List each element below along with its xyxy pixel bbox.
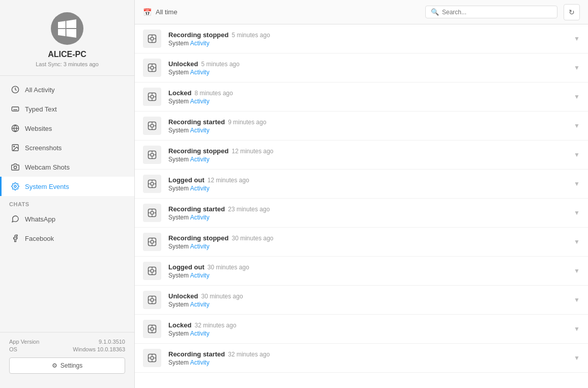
event-subtitle: System Activity <box>168 330 570 337</box>
clock-icon <box>11 85 20 94</box>
event-title-row: Locked 8 minutes ago <box>168 89 570 97</box>
event-title-row: Recording stopped 5 minutes ago <box>168 31 570 39</box>
event-row[interactable]: Recording stopped 12 minutes ago System … <box>135 141 588 170</box>
os-label: OS <box>9 346 17 352</box>
event-source-activity: Activity <box>190 156 210 163</box>
event-subtitle: System Activity <box>168 301 570 308</box>
event-title-row: Logged out 12 minutes ago <box>168 176 570 184</box>
refresh-button[interactable]: ↻ <box>564 4 580 20</box>
svg-point-10 <box>14 146 15 147</box>
event-row[interactable]: Locked 32 minutes ago System Activity ▼ <box>135 315 588 344</box>
event-row[interactable]: Logged out 30 minutes ago System Activit… <box>135 257 588 286</box>
event-source-activity: Activity <box>190 69 210 76</box>
sidebar-item-facebook[interactable]: Facebook <box>0 229 134 248</box>
globe-icon <box>11 124 20 133</box>
sidebar-item-screenshots[interactable]: Screenshots <box>0 138 134 157</box>
sidebar-item-system-events[interactable]: System Events <box>0 177 134 196</box>
event-title: Recording started <box>168 205 225 213</box>
nav-label-system-events: System Events <box>25 183 69 190</box>
event-row[interactable]: Unlocked 5 minutes ago System Activity ▼ <box>135 53 588 82</box>
sidebar-item-typed-text[interactable]: Typed Text <box>0 99 134 119</box>
event-subtitle: System Activity <box>168 127 570 134</box>
event-source-system: System <box>168 243 189 250</box>
settings-label: Settings <box>61 362 82 369</box>
os-row: OS Windows 10.0.18363 <box>9 346 125 352</box>
event-row[interactable]: Recording started 32 minutes ago System … <box>135 344 588 373</box>
event-row[interactable]: Recording started 23 minutes ago System … <box>135 199 588 228</box>
svg-point-12 <box>14 185 16 187</box>
event-source-system: System <box>168 185 189 192</box>
nav-label-webcam-shots: Webcam Shots <box>25 163 70 171</box>
event-time: 32 minutes ago <box>228 351 270 358</box>
event-title-row: Unlocked 5 minutes ago <box>168 60 570 68</box>
event-subtitle: System Activity <box>168 40 570 47</box>
event-source-system: System <box>168 301 189 308</box>
event-icon <box>143 233 161 251</box>
sidebar-item-websites[interactable]: Websites <box>0 119 134 138</box>
svg-point-38 <box>151 153 154 156</box>
event-subtitle: System Activity <box>168 272 570 279</box>
event-title-row: Unlocked 30 minutes ago <box>168 292 570 300</box>
event-row[interactable]: Recording stopped 30 minutes ago System … <box>135 228 588 257</box>
event-title-row: Recording started 32 minutes ago <box>168 350 570 358</box>
event-content: Recording started 23 minutes ago System … <box>168 205 570 221</box>
profile-name: ALICE-PC <box>48 50 86 59</box>
search-box[interactable]: 🔍 <box>425 6 557 18</box>
chevron-down-icon: ▼ <box>574 93 580 100</box>
nav-label-all-activity: All Activity <box>25 86 55 94</box>
chat-label-whatsapp: WhatsApp <box>25 215 55 223</box>
event-row[interactable]: Unlocked 30 minutes ago System Activity … <box>135 286 588 315</box>
event-content: Locked 8 minutes ago System Activity <box>168 89 570 105</box>
event-content: Logged out 30 minutes ago System Activit… <box>168 263 570 279</box>
svg-point-74 <box>151 327 154 330</box>
event-source-system: System <box>168 272 189 279</box>
event-icon <box>143 175 161 193</box>
event-icon <box>143 349 161 367</box>
event-source-activity: Activity <box>190 127 210 134</box>
whatsapp-icon <box>11 214 20 224</box>
toolbar-left: 📅 All time <box>143 8 419 16</box>
event-title: Locked <box>168 321 192 329</box>
svg-rect-1 <box>12 107 18 111</box>
event-title: Recording stopped <box>168 234 228 242</box>
sidebar-item-webcam-shots[interactable]: Webcam Shots <box>0 157 134 177</box>
event-subtitle: System Activity <box>168 156 570 163</box>
event-title: Logged out <box>168 176 204 184</box>
svg-point-68 <box>151 298 154 301</box>
event-time: 5 minutes ago <box>231 32 270 39</box>
chat-label-facebook: Facebook <box>25 235 54 242</box>
event-row[interactable]: Logged out 12 minutes ago System Activit… <box>135 170 588 199</box>
chevron-down-icon: ▼ <box>574 354 580 362</box>
sidebar: ALICE-PC Last Sync: 3 minutes ago All Ac… <box>0 0 135 388</box>
event-icon <box>143 204 161 222</box>
event-source-activity: Activity <box>190 40 210 47</box>
settings-button[interactable]: ⚙ Settings <box>9 357 125 374</box>
app-version-row: App Version 9.1.0.3510 <box>9 339 125 345</box>
event-time: 12 minutes ago <box>231 148 273 155</box>
event-subtitle: System Activity <box>168 243 570 250</box>
svg-point-56 <box>151 240 154 243</box>
event-title: Locked <box>168 89 192 97</box>
event-title: Unlocked <box>168 60 198 68</box>
keyboard-icon <box>11 104 20 114</box>
svg-point-32 <box>151 124 154 127</box>
svg-point-44 <box>151 182 154 185</box>
event-source-activity: Activity <box>190 359 210 366</box>
svg-point-11 <box>14 166 16 169</box>
sidebar-item-whatsapp[interactable]: WhatsApp <box>0 209 134 229</box>
gear-icon: ⚙ <box>52 362 57 369</box>
search-input[interactable] <box>442 9 552 16</box>
event-source-activity: Activity <box>190 243 210 250</box>
chevron-down-icon: ▼ <box>574 180 580 187</box>
event-icon <box>143 59 161 77</box>
event-row[interactable]: Locked 8 minutes ago System Activity ▼ <box>135 82 588 112</box>
event-row[interactable]: Recording stopped 5 minutes ago System A… <box>135 24 588 53</box>
event-title-row: Locked 32 minutes ago <box>168 321 570 329</box>
event-source-system: System <box>168 127 189 134</box>
event-source-system: System <box>168 359 189 366</box>
sidebar-item-all-activity[interactable]: All Activity <box>0 80 134 99</box>
event-row[interactable]: Recording started 9 minutes ago System A… <box>135 112 588 141</box>
event-subtitle: System Activity <box>168 98 570 105</box>
event-source-system: System <box>168 98 189 105</box>
event-source-activity: Activity <box>190 272 210 279</box>
